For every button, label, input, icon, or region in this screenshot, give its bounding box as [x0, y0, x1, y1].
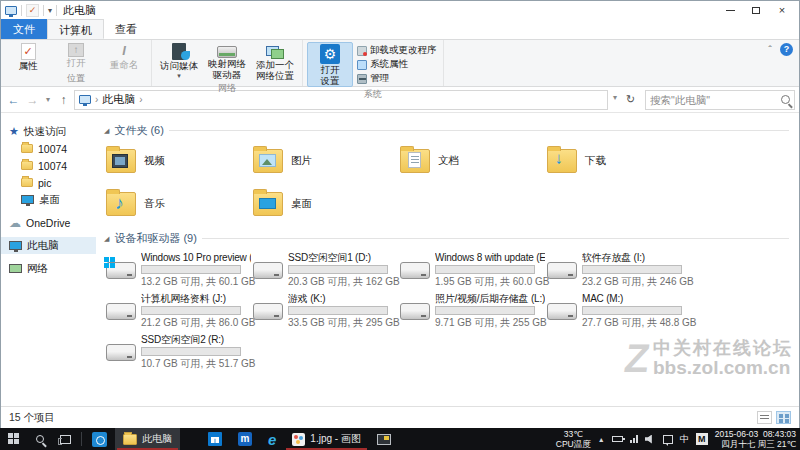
collapse-expander-icon[interactable]: ◢: [104, 127, 109, 135]
drive-icon: [253, 262, 283, 279]
drives-group-header[interactable]: ◢ 设备和驱动器 (9): [104, 231, 799, 246]
collapse-expander-icon[interactable]: ◢: [104, 235, 109, 243]
tray-overflow-icon[interactable]: ▲: [598, 436, 605, 443]
capacity-bar: [288, 306, 388, 315]
open-settings-button[interactable]: ⚙ 打开 设置: [307, 42, 353, 87]
restore-button[interactable]: [743, 2, 769, 18]
status-bar: 15 个项目: [1, 406, 799, 428]
folder-tile-downloads[interactable]: ↑ 下载: [545, 144, 692, 178]
sidebar-item-network[interactable]: 网络: [1, 260, 96, 277]
store-button[interactable]: [200, 428, 230, 450]
drive-tile-l[interactable]: 照片/视频/后期存储盘 (L:) 9.71 GB 可用, 共 255 GB: [398, 293, 545, 329]
drive-icon: [547, 262, 577, 279]
folders-grid: 视频 图片 文档 ↑ 下载 ♪ 音乐: [104, 144, 799, 221]
close-button[interactable]: ×: [769, 2, 795, 18]
drive-tile-i[interactable]: 软件存放盘 (I:) 23.2 GB 可用, 共 246 GB: [545, 252, 692, 288]
tab-view[interactable]: 查看: [104, 19, 148, 39]
network-signal-icon[interactable]: [630, 435, 638, 443]
breadcrumb[interactable]: 此电脑: [102, 92, 135, 107]
folder-tile-pictures[interactable]: 图片: [251, 144, 398, 178]
forward-button[interactable]: →: [24, 93, 41, 107]
quick-access-toolbar: ✓ ▾: [5, 4, 57, 17]
system-properties-button[interactable]: 系统属性: [355, 58, 439, 71]
system-properties-icon: [357, 60, 367, 70]
downloads-folder-icon: ↑: [547, 149, 577, 173]
sidebar-item-10074[interactable]: 10074: [1, 140, 96, 157]
map-network-drive-button[interactable]: 映射网络 驱动器: [204, 42, 250, 80]
folder-icon: [21, 178, 33, 187]
group-label-network: 网络: [156, 81, 298, 97]
drive-tile-c[interactable]: Windows 10 Pro preview (C:) 13.2 GB 可用, …: [104, 252, 251, 288]
divider: [56, 5, 57, 16]
rename-icon: I: [116, 43, 132, 59]
tab-file[interactable]: 文件: [1, 19, 47, 39]
cpu-temp-widget[interactable]: 33℃ CPU温度: [556, 429, 591, 449]
details-view-button[interactable]: [757, 411, 772, 424]
folder-icon: [21, 161, 33, 170]
sidebar-item-10074-2[interactable]: 10074: [1, 157, 96, 174]
minimize-ribbon-icon[interactable]: ˆ: [768, 44, 772, 56]
drive-tile-m[interactable]: MAC (M:) 27.7 GB 可用, 共 48.8 GB: [545, 293, 692, 329]
sidebar-item-desktop[interactable]: 桌面: [1, 191, 96, 208]
add-network-location-button[interactable]: 添加一个 网络位置: [252, 42, 298, 81]
manage-button[interactable]: 管理: [355, 72, 439, 85]
volume-icon[interactable]: [645, 435, 656, 444]
rename-button[interactable]: I 重命名: [101, 42, 147, 70]
refresh-icon[interactable]: ↻: [622, 93, 639, 106]
drive-icon: [106, 344, 136, 361]
drive-tile-e[interactable]: Windows 8 with update (E:) 1.95 GB 可用, 共…: [398, 252, 545, 288]
uninstall-program-button[interactable]: 卸载或更改程序: [355, 44, 439, 57]
drive-tile-r[interactable]: SSD空闲空间2 (R:) 10.7 GB 可用, 共 51.7 GB: [104, 334, 251, 370]
ime-language-indicator[interactable]: 中: [680, 433, 689, 446]
properties-button[interactable]: ✓ 属性: [5, 42, 51, 71]
sidebar-item-this-pc[interactable]: 此电脑: [1, 237, 96, 254]
sidebar-item-pic[interactable]: pic: [1, 174, 96, 191]
help-icon[interactable]: ?: [780, 43, 793, 56]
search-box[interactable]: [645, 90, 795, 110]
minimize-button[interactable]: [717, 2, 743, 18]
this-pc-icon: [9, 241, 22, 250]
action-center-icon[interactable]: [663, 435, 673, 444]
ie-button[interactable]: e: [260, 428, 284, 450]
thumbnails-view-button[interactable]: [776, 411, 791, 424]
folders-group-header[interactable]: ◢ 文件夹 (6): [104, 123, 799, 138]
drive-tile-d[interactable]: SSD空闲空间1 (D:) 20.3 GB 可用, 共 162 GB: [251, 252, 398, 288]
tab-computer[interactable]: 计算机: [47, 19, 104, 39]
search-input[interactable]: [650, 94, 781, 106]
taskbar-clock[interactable]: 2015-06-03 08:43:03 四月十七 周三 21℃: [715, 429, 796, 449]
taskbar-app-button[interactable]: [369, 428, 399, 450]
capacity-bar: [582, 306, 682, 315]
recent-locations-dropdown-icon[interactable]: ▾: [43, 95, 53, 104]
taskbar-paint-button[interactable]: 1.jpg - 画图: [284, 428, 369, 450]
folder-tile-desktop[interactable]: 桌面: [251, 187, 398, 221]
network-icon: [9, 264, 22, 273]
sidebar-item-quick-access[interactable]: ★ 快速访问: [1, 123, 96, 140]
back-button[interactable]: ←: [5, 93, 22, 107]
sidebar-item-onedrive[interactable]: ☁ OneDrive: [1, 214, 96, 231]
windows-logo-icon: [104, 257, 115, 268]
properties-quick-icon[interactable]: ✓: [26, 4, 39, 17]
explorer-window: ✓ ▾ 此电脑 × 文件 计算机 查看 ✓ 属性 ↑ 打开: [0, 0, 800, 428]
open-button[interactable]: ↑ 打开: [53, 42, 99, 68]
address-dropdown-icon[interactable]: ▾: [610, 93, 620, 106]
folder-tile-videos[interactable]: 视频: [104, 144, 251, 178]
ime-mode-icon[interactable]: M: [696, 433, 708, 445]
taskbar-search-button[interactable]: [28, 428, 52, 450]
documents-folder-icon: [400, 149, 430, 173]
pinned-app-button[interactable]: [84, 428, 115, 450]
folder-tile-documents[interactable]: 文档: [398, 144, 545, 178]
qat-customize-dropdown-icon[interactable]: ▾: [48, 6, 52, 15]
ribbon: ✓ 属性 ↑ 打开 I 重命名 位置 访问媒体 ▾: [1, 39, 799, 87]
task-view-button[interactable]: [52, 428, 79, 450]
desktop-icon: [21, 195, 34, 204]
access-media-button[interactable]: 访问媒体 ▾: [156, 42, 202, 80]
drive-tile-j[interactable]: 计算机网络资料 (J:) 21.2 GB 可用, 共 86.0 GB: [104, 293, 251, 329]
start-button[interactable]: [0, 428, 28, 450]
drive-tile-k[interactable]: 游戏 (K:) 33.5 GB 可用, 共 295 GB: [251, 293, 398, 329]
ie-icon: e: [268, 432, 276, 447]
up-button[interactable]: ↑: [55, 93, 72, 107]
taskbar-explorer-button[interactable]: 此电脑: [115, 428, 180, 450]
maxthon-button[interactable]: m: [230, 428, 260, 450]
folder-tile-music[interactable]: ♪ 音乐: [104, 187, 251, 221]
battery-icon[interactable]: [612, 436, 623, 442]
